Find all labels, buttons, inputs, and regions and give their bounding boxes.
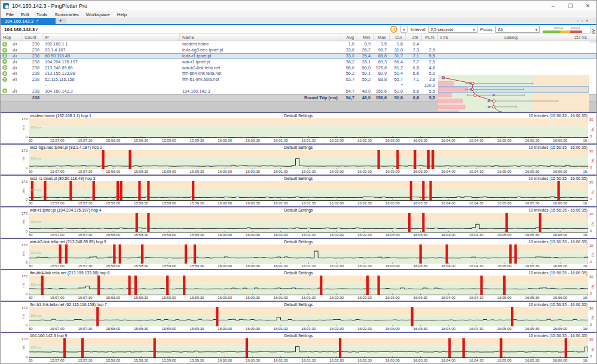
y-max-label: 170 (22, 337, 27, 341)
col-name[interactable]: Name (180, 34, 341, 41)
x-tick-label: 16:05:30 (525, 358, 539, 362)
x-tick-label: 15:57:30 (78, 358, 92, 362)
menu-edit[interactable]: Edit (17, 12, 33, 17)
graph-settings-label[interactable]: Default Settings (284, 271, 313, 275)
table-row-hop-3[interactable]: 323880.50.118.49lodz-r1.tpnet.pl33,025,4… (1, 53, 596, 59)
graph-pl-axis: 30PL0 (588, 181, 596, 201)
col-avg[interactable]: Avg (341, 34, 357, 41)
y-min-label: 0 (26, 230, 27, 233)
col-count[interactable]: Count (22, 34, 42, 41)
x-tick-label: 16:04:30 (469, 201, 483, 205)
graph-y-axis: 170ms0 (1, 181, 29, 201)
table-row-hop-9[interactable]: 9238104.160.142.3104.160.142.354,748,015… (1, 88, 596, 94)
hop-badge: 3 (2, 53, 7, 58)
pl-min-label: 0 (590, 354, 592, 358)
y-max-label: 170 (22, 306, 27, 310)
menu-tools[interactable]: Tools (33, 12, 51, 17)
hop-graph-strip[interactable]: ffm-b1-link.telia.net (62.115.116.158) h… (1, 301, 596, 332)
table-row-hop-7[interactable]: 723862.115.116.158ffm-b1-link.telia.net6… (1, 77, 596, 82)
tab-scroll-right-icon[interactable]: › (581, 19, 583, 23)
hop-minigraph-icon[interactable] (9, 53, 22, 59)
graph-settings-label[interactable]: Default Settings (284, 114, 313, 118)
tab-scroll-left-icon[interactable]: ‹ (577, 19, 578, 23)
x-tick-label: 16:03:30 (413, 295, 427, 299)
hop-minigraph-icon[interactable] (9, 71, 22, 76)
col-pl[interactable]: PL% (422, 34, 438, 41)
hop-graph-strip[interactable]: ffm-bb4-link.telia.net (213.155.133.88) … (1, 269, 596, 301)
hop-minigraph-icon[interactable] (9, 59, 22, 65)
tab-target[interactable]: 104.160.142.3 ✓ (1, 18, 56, 24)
hop-graph-strip[interactable]: 104.160.142.3 hop 9Default Settings10 mi… (1, 332, 596, 363)
x-tick-label: 16:04:30 (469, 295, 483, 299)
col-ip[interactable]: IP (42, 34, 180, 41)
hop-minigraph-icon[interactable] (9, 41, 22, 47)
col-min[interactable]: Min (357, 34, 373, 41)
x-tick-label: 16:04:00 (441, 326, 455, 331)
graph-plot[interactable]: 100 ms (29, 307, 588, 327)
graph-settings-label[interactable]: Default Settings (284, 334, 313, 338)
graph-settings-label[interactable]: Default Settings (284, 302, 313, 307)
col-max[interactable]: Max (373, 34, 390, 41)
graph-settings-label[interactable]: Default Settings (284, 208, 313, 212)
graph-plot[interactable]: 100 ms (29, 276, 588, 295)
table-row-hop-blank[interactable]: -*100,0 (1, 82, 596, 88)
graph-plot[interactable]: 100 ms (29, 244, 588, 264)
hop-graph-strip[interactable]: war-r1.tpnet.pl (194.204.175.197) hop 4D… (1, 206, 596, 238)
hop-minigraph-icon[interactable] (9, 65, 22, 71)
menu-summaries[interactable]: Summaries (51, 12, 82, 17)
graph-settings-label[interactable]: Default Settings (284, 145, 313, 149)
table-row-hop-1[interactable]: 1238192.168.1.1modem.home1,60,93,51,60,4 (1, 41, 596, 47)
hop-graph-strip[interactable]: lodz-r1.tpnet.pl (80.50.118.49) hop 3Def… (1, 175, 596, 206)
hop-minigraph-icon[interactable] (9, 88, 22, 94)
hop-graph-strip[interactable]: war-b2-link.telia.net (213.248.89.85) ho… (1, 238, 596, 270)
x-tick-label: 16:06:00 (553, 169, 567, 173)
menu-file[interactable]: File (2, 12, 17, 17)
table-row-hop-5[interactable]: 5238213.248.89.85war-b2-link.telia.net56… (1, 65, 596, 71)
table-row-hop-4[interactable]: 4238194.204.175.197war-r1.tpnet.pl36,228… (1, 59, 596, 65)
cur-cell: * (390, 82, 406, 88)
col-jttr[interactable]: Jttr (406, 34, 422, 41)
hop-graph-strip[interactable]: lodz-bg3.neo.tpnet.pl (83.1.4.187) hop 2… (1, 143, 596, 175)
graph-x-axis: 3015:57:0015:57:3015:58:0015:58:3015:59:… (29, 295, 588, 301)
table-row-hop-6[interactable]: 6238213.155.133.88ffm-bb4-link.telia.net… (1, 71, 596, 77)
x-tick-label: 16:03:30 (413, 326, 427, 331)
focus-select[interactable]: All▾ (495, 26, 540, 33)
col-cur[interactable]: Cur (390, 34, 406, 41)
table-row-hop-2[interactable]: 223883.1.4.187lodz-bg3.neo.tpnet.pl33,62… (1, 47, 596, 53)
maximize-button[interactable]: ❐ (562, 1, 579, 11)
bar-chart-icon (13, 54, 17, 57)
x-tick-label: 15:58:00 (106, 233, 120, 237)
graph-header: 104.160.142.3 hop 9Default Settings10 mi… (1, 333, 596, 338)
tab-list-icon[interactable]: ▾ (586, 19, 588, 23)
menu-workspace[interactable]: Workspace (82, 12, 114, 17)
x-tick-label: 16:03:30 (413, 201, 427, 205)
hop-minigraph-icon[interactable] (9, 77, 22, 82)
menu-help[interactable]: Help (114, 12, 130, 17)
graph-settings-label[interactable]: Default Settings (284, 176, 313, 181)
hop-minigraph-icon[interactable] (9, 47, 22, 53)
interval-select[interactable]: 2,5 seconds▾ (428, 26, 477, 33)
graph-time-range: 10 minutes (15:56:35 - 16:06:35) (528, 208, 587, 212)
graph-plot[interactable]: 100 ms (29, 118, 588, 138)
minimize-button[interactable]: – (544, 1, 562, 11)
tab-scroll-arrows[interactable]: ‹›▾ (577, 18, 596, 24)
latency-timeline (29, 244, 588, 264)
graph-plot[interactable]: 100 ms (29, 338, 588, 358)
close-button[interactable]: ✕ (579, 1, 596, 11)
graph-plot[interactable]: 100 ms (29, 181, 588, 201)
graph-plot[interactable]: 100 ms (29, 150, 588, 170)
interval-label: Interval (411, 27, 425, 32)
pause-button[interactable] (390, 26, 397, 33)
hop-graph-strip[interactable]: modem.home (192.168.1.1) hop 1Default Se… (1, 112, 596, 143)
ip-cell: 213.155.133.88 (42, 71, 180, 76)
graph-hop-label: lodz-bg3.neo.tpnet.pl (83.1.4.187) hop 2 (30, 145, 102, 149)
x-tick-label: 16:06: (583, 233, 588, 237)
graph-plot[interactable]: 100 ms (29, 213, 588, 233)
x-tick-label: 15:57:00 (50, 233, 65, 237)
graph-settings-label[interactable]: Default Settings (284, 240, 313, 244)
new-tab-button[interactable]: + (56, 18, 66, 24)
pause-options-dropdown[interactable]: ▾ (400, 26, 408, 33)
graph-hop-label: lodz-r1.tpnet.pl (80.50.118.49) hop 3 (30, 176, 95, 181)
x-tick-label: 15:59:30 (189, 138, 204, 142)
col-hop[interactable]: Hop (1, 34, 22, 41)
